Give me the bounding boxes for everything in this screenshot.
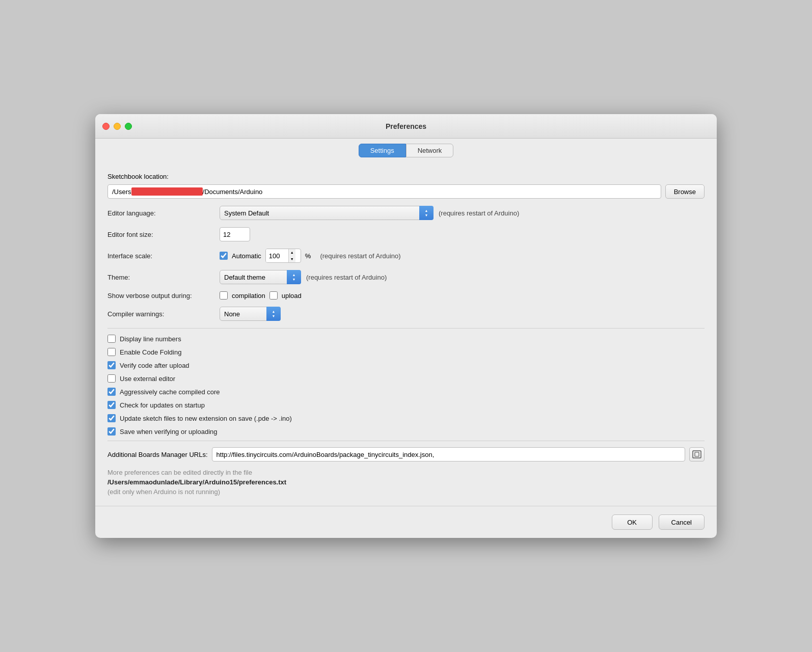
urls-expand-button[interactable] — [689, 447, 705, 461]
traffic-lights — [102, 123, 132, 130]
use-external-editor-label: Use external editor — [120, 375, 175, 383]
compiler-warnings-row: Compiler warnings: None Default More All — [107, 307, 705, 321]
enable-code-folding-label: Enable Code Folding — [120, 348, 181, 356]
editor-language-row: Editor language: System Default (require… — [107, 206, 705, 220]
update-sketch-files-checkbox[interactable] — [107, 414, 116, 422]
checkbox-use-external-editor: Use external editor — [107, 374, 705, 383]
path-suffix: /Documents/Arduino — [203, 188, 263, 196]
svg-rect-1 — [695, 452, 699, 456]
close-button[interactable] — [102, 123, 110, 130]
tab-bar: Settings Network — [95, 139, 717, 162]
verify-code-after-upload-checkbox[interactable] — [107, 361, 116, 369]
verbose-compilation-checkbox[interactable] — [220, 291, 228, 300]
boards-urls-label: Additional Boards Manager URLs: — [107, 451, 208, 458]
compiler-warnings-select-wrapper: None Default More All — [220, 307, 281, 321]
sketchbook-label: Sketchbook location: — [107, 173, 705, 180]
theme-label: Theme: — [107, 274, 220, 281]
interface-scale-label: Interface scale: — [107, 252, 220, 260]
browse-button[interactable]: Browse — [665, 184, 705, 199]
editor-language-label: Editor language: — [107, 209, 220, 217]
checkbox-save-when-verifying: Save when verifying or uploading — [107, 427, 705, 436]
display-line-numbers-label: Display line numbers — [120, 335, 181, 343]
editor-font-size-row: Editor font size: 12 — [107, 227, 705, 241]
boards-urls-row: Additional Boards Manager URLs: http://f… — [107, 447, 705, 461]
checkbox-verify-code-after-upload: Verify code after upload — [107, 361, 705, 369]
check-for-updates-label: Check for updates on startup — [120, 401, 205, 409]
enable-code-folding-checkbox[interactable] — [107, 348, 116, 356]
maximize-button[interactable] — [125, 123, 132, 130]
interface-scale-note: (requires restart of Arduino) — [320, 252, 400, 260]
save-when-verifying-checkbox[interactable] — [107, 427, 116, 436]
update-sketch-files-label: Update sketch files to new extension on … — [120, 415, 292, 422]
compiler-warnings-select[interactable]: None Default More All — [220, 307, 281, 321]
verify-code-after-upload-label: Verify code after upload — [120, 362, 190, 369]
compiler-warnings-label: Compiler warnings: — [107, 310, 220, 318]
checkboxes-container: Display line numbers Enable Code Folding… — [107, 335, 705, 436]
editor-font-size-label: Editor font size: — [107, 231, 220, 238]
prefs-edit-note: (edit only when Arduino is not running) — [107, 488, 705, 496]
auto-scale-checkbox[interactable] — [220, 252, 228, 260]
save-when-verifying-label: Save when verifying or uploading — [120, 428, 218, 436]
footer: OK Cancel — [95, 506, 717, 538]
prefs-path: /Users/emmaodunlade/Library/Arduino15/pr… — [107, 478, 705, 486]
editor-font-size-input[interactable]: 12 — [220, 227, 250, 241]
scale-spinner: ▲ ▼ — [288, 249, 295, 262]
verbose-row: Show verbose output during: compilation … — [107, 291, 705, 300]
theme-row: Theme: Default theme (requires restart o… — [107, 270, 705, 284]
verbose-compilation-label: compilation — [232, 292, 265, 300]
verbose-upload-checkbox[interactable] — [269, 291, 278, 300]
cancel-button[interactable]: Cancel — [659, 514, 705, 530]
aggressively-cache-label: Aggressively cache compiled core — [120, 388, 220, 396]
checkbox-display-line-numbers: Display line numbers — [107, 335, 705, 343]
auto-scale-label: Automatic — [232, 252, 261, 260]
boards-urls-input[interactable]: http://files.tinycircuits.com/ArduinoBoa… — [212, 447, 685, 461]
ok-button[interactable]: OK — [612, 514, 653, 530]
verbose-upload-label: upload — [282, 292, 302, 300]
theme-note: (requires restart of Arduino) — [306, 274, 387, 281]
interface-scale-controls: Automatic ▲ ▼ % (requires restart of Ard… — [220, 249, 401, 263]
verbose-controls: compilation upload — [220, 291, 302, 300]
sketchbook-path-row: /Users/Documents/Arduino Browse — [107, 184, 705, 199]
scale-down-button[interactable]: ▼ — [289, 256, 295, 262]
scale-value-input[interactable] — [266, 249, 288, 262]
aggressively-cache-checkbox[interactable] — [107, 388, 116, 396]
svg-rect-0 — [693, 451, 701, 458]
scale-percent: % — [305, 252, 311, 260]
settings-panel: Sketchbook location: /Users/Documents/Ar… — [95, 162, 717, 506]
editor-language-select-wrapper: System Default — [220, 206, 434, 220]
window-title: Preferences — [386, 122, 426, 130]
titlebar: Preferences — [95, 114, 717, 139]
preferences-window: Preferences Settings Network Sketchbook … — [95, 114, 717, 538]
display-line-numbers-checkbox[interactable] — [107, 335, 116, 343]
checkbox-enable-code-folding: Enable Code Folding — [107, 348, 705, 356]
check-for-updates-checkbox[interactable] — [107, 401, 116, 409]
editor-language-select[interactable]: System Default — [220, 206, 434, 220]
checkbox-check-for-updates: Check for updates on startup — [107, 401, 705, 409]
interface-scale-row: Interface scale: Automatic ▲ ▼ % (requir… — [107, 249, 705, 263]
verbose-label: Show verbose output during: — [107, 292, 220, 300]
prefs-note: More preferences can be edited directly … — [107, 469, 705, 476]
tab-settings[interactable]: Settings — [359, 144, 406, 157]
theme-select-wrapper: Default theme — [220, 270, 301, 284]
scale-input-wrapper: ▲ ▼ — [265, 249, 301, 263]
section-divider — [107, 328, 705, 329]
checkbox-update-sketch-files: Update sketch files to new extension on … — [107, 414, 705, 422]
sketchbook-path-display[interactable]: /Users/Documents/Arduino — [107, 184, 661, 199]
path-prefix: /Users — [112, 188, 131, 196]
editor-language-note: (requires restart of Arduino) — [439, 209, 519, 217]
use-external-editor-checkbox[interactable] — [107, 374, 116, 383]
path-redacted — [131, 187, 203, 196]
theme-select[interactable]: Default theme — [220, 270, 301, 284]
section-divider-2 — [107, 441, 705, 441]
tab-network[interactable]: Network — [406, 144, 454, 157]
checkbox-aggressively-cache: Aggressively cache compiled core — [107, 388, 705, 396]
scale-up-button[interactable]: ▲ — [289, 249, 295, 256]
expand-icon — [692, 450, 701, 458]
minimize-button[interactable] — [114, 123, 121, 130]
